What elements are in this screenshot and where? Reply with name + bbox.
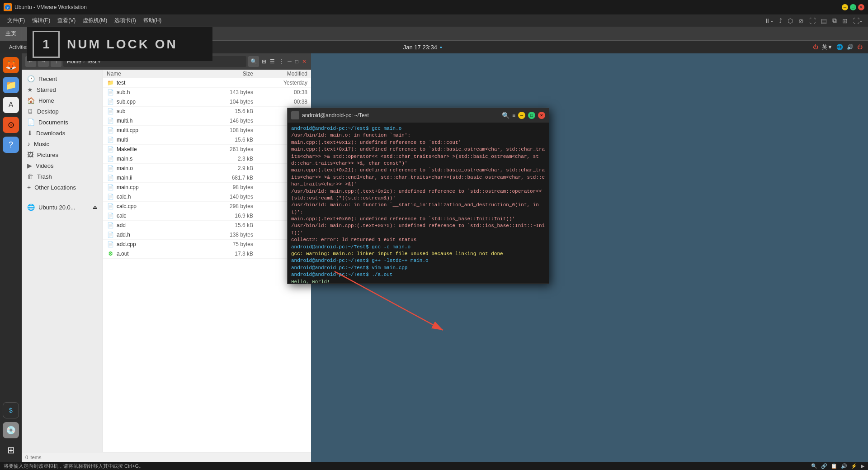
close-button[interactable]: ✕ xyxy=(858,4,864,10)
terminal-menu-icon[interactable]: ≡ xyxy=(512,112,515,119)
fm-menu-button[interactable]: ⋮ xyxy=(278,57,285,66)
terminal-window[interactable]: android@android-pc: ~/Test 🔍 ≡ ─ □ ✕ and… xyxy=(287,108,549,284)
activity-terminal[interactable]: $ xyxy=(3,402,19,418)
sidebar-item-music[interactable]: ♪ Music xyxy=(22,138,103,149)
sidebar-item-starred[interactable]: ★ Starred xyxy=(22,84,103,95)
table-row[interactable]: 📄 multi.h 146 bytes 00:38 xyxy=(103,116,311,126)
table-row[interactable]: 📄 add.h 138 bytes 00:32 xyxy=(103,230,311,240)
sidebar-item-videos[interactable]: ▶ Videos xyxy=(22,160,103,171)
terminal-search-icon[interactable]: 🔍 xyxy=(502,112,509,119)
fullscreen-icon[interactable]: ⛶ xyxy=(807,16,817,25)
col-name[interactable]: Name xyxy=(107,71,208,77)
pictures-icon: 🖼 xyxy=(27,151,33,158)
menu-help[interactable]: 帮助(H) xyxy=(140,16,165,25)
view-icon[interactable]: ⊞ xyxy=(840,16,849,25)
file-size: 681.7 kB xyxy=(208,175,253,181)
sidebar-item-pictures[interactable]: 🖼 Pictures xyxy=(22,149,103,160)
sidebar-item-trash[interactable]: 🗑 Trash xyxy=(22,171,103,182)
table-row[interactable]: 📄 multi 15.6 kB 22:57 xyxy=(103,135,311,145)
table-row[interactable]: 📄 main.o 2.9 kB 23:30 xyxy=(103,164,311,173)
activity-apps[interactable]: ⊞ xyxy=(3,442,19,458)
file-name: main.o xyxy=(117,165,133,171)
terminal-line: /usr/bin/ld: main.o: in function `__stat… xyxy=(291,202,545,216)
table-row[interactable]: 📄 sub.cpp 104 bytes 00:38 xyxy=(103,97,311,107)
split-icon[interactable]: ⧉ xyxy=(830,16,839,25)
lang-indicator[interactable]: 英▼ xyxy=(822,43,833,51)
sidebar-label-home: Home xyxy=(38,97,54,104)
table-row[interactable]: ⚙ a.out 17.3 kB 23:32 xyxy=(103,249,311,259)
file-size: 261 bytes xyxy=(208,146,253,152)
menu-edit[interactable]: 编辑(E) xyxy=(28,16,54,25)
power-btn[interactable]: ⏻ xyxy=(857,44,863,50)
sidebar-item-documents[interactable]: 📄 Documents xyxy=(22,117,103,128)
table-row[interactable]: 📄 main.cpp 98 bytes 23:12 xyxy=(103,183,311,192)
fm-list-view[interactable]: ☰ xyxy=(269,57,276,66)
activity-firefox[interactable]: 🦊 xyxy=(3,57,19,73)
fm-close-button[interactable]: ✕ xyxy=(301,57,307,66)
menu-tabs[interactable]: 选项卡(I) xyxy=(111,16,139,25)
table-row[interactable]: 📄 multi.cpp 108 bytes 22:57 xyxy=(103,126,311,135)
activity-help[interactable]: ? xyxy=(3,137,19,153)
file-name: add.h xyxy=(117,232,130,238)
send-icon[interactable]: ⤴ xyxy=(777,16,784,25)
table-row[interactable]: 📄 calc.h 140 bytes 00:35 xyxy=(103,192,311,202)
file-size: 75 bytes xyxy=(208,241,253,247)
terminal-app-icon xyxy=(291,111,299,119)
tab-home[interactable]: 主页 xyxy=(0,27,22,40)
file-size: 98 bytes xyxy=(208,184,253,190)
pause-icon[interactable]: ⏸▾ xyxy=(762,16,775,25)
table-row[interactable]: 📄 calc.cpp 298 bytes 22:14 xyxy=(103,202,311,211)
sidebar-item-desktop[interactable]: 🖥 Desktop xyxy=(22,106,103,117)
disconnect-icon[interactable]: ⊘ xyxy=(797,16,806,25)
col-modified[interactable]: Modified xyxy=(253,71,307,77)
terminal-body[interactable]: android@android-pc:~/Test$ gcc main.o/us… xyxy=(288,123,549,284)
fm-minimize-button[interactable]: ─ xyxy=(287,57,292,66)
file-size: 15.6 kB xyxy=(208,137,253,143)
table-row[interactable]: 📄 add.cpp 75 bytes 22:58 xyxy=(103,240,311,249)
sidebar-item-other-locations[interactable]: + Other Locations xyxy=(22,182,103,193)
statusbar-play-icon: ▶ xyxy=(861,463,864,469)
sidebar-label-videos: Videos xyxy=(36,162,54,169)
file-name: Makefile xyxy=(117,146,137,152)
activity-ubuntu[interactable]: ⊙ xyxy=(3,117,19,133)
table-row[interactable]: 📄 sub 15.6 kB 22:57 xyxy=(103,107,311,116)
sidebar-item-recent[interactable]: 🕐 Recent xyxy=(22,73,103,84)
sidebar-item-downloads[interactable]: ⬇ Downloads xyxy=(22,128,103,138)
enter-fullscreen-icon[interactable]: ⛶▾ xyxy=(851,16,864,25)
file-icon: 📄 xyxy=(107,127,114,134)
table-row[interactable]: 📄 main.ii 681.7 kB 23:15 xyxy=(103,173,311,183)
sidebar-item-home[interactable]: 🏠 Home xyxy=(22,95,103,106)
table-row[interactable]: 📄 sub.h 143 bytes 00:38 xyxy=(103,88,311,97)
layout-icon[interactable]: ▤ xyxy=(819,16,829,25)
file-size: 17.3 kB xyxy=(208,251,253,257)
table-row[interactable]: 📁 test Yesterday xyxy=(103,78,311,88)
terminal-minimize-button[interactable]: ─ xyxy=(518,112,525,119)
terminal-close-button[interactable]: ✕ xyxy=(538,112,545,119)
activity-files[interactable]: 📁 xyxy=(3,77,19,93)
col-size[interactable]: Size xyxy=(208,71,253,77)
fm-search-button[interactable]: 🔍 xyxy=(248,56,259,67)
table-row[interactable]: 📄 add 15.6 kB 22:58 xyxy=(103,221,311,230)
table-row[interactable]: 📄 main.s 2.3 kB 23:30 xyxy=(103,154,311,164)
menu-file[interactable]: 文件(F) xyxy=(4,16,28,25)
sidebar-eject-icon[interactable]: ⏏ xyxy=(93,204,97,210)
menu-vm[interactable]: 虚拟机(M) xyxy=(79,16,111,25)
maximize-button[interactable]: □ xyxy=(850,4,856,10)
minimize-button[interactable]: ─ xyxy=(842,4,848,10)
menu-view[interactable]: 查看(V) xyxy=(54,16,79,25)
fm-grid-view[interactable]: ⊞ xyxy=(261,57,267,66)
fm-file-list: Name Size Modified 📁 test Yesterday 📄 su… xyxy=(103,70,311,452)
table-row[interactable]: 📄 calc 16.9 kB 22:58 xyxy=(103,211,311,221)
terminal-line: main.cpp:(.text+0x60): undefined referen… xyxy=(291,216,545,223)
terminal-line: android@android-pc:~/Test$ gcc main.o xyxy=(291,125,545,132)
sidebar-item-ubuntu-server[interactable]: 🌐 Ubuntu 20.0... ⏏ xyxy=(22,202,103,213)
table-row[interactable]: 📄 Makefile 261 bytes 22:57 xyxy=(103,145,311,154)
terminal-line: android@android-pc:~/Test$ gcc -c main.o xyxy=(291,244,545,251)
terminal-line: /usr/bin/ld: main.cpp:(.text+0x75): unde… xyxy=(291,223,545,237)
activity-dvd[interactable]: 💿 xyxy=(3,422,19,438)
terminal-maximize-button[interactable]: □ xyxy=(528,112,535,119)
connect-icon[interactable]: ⬡ xyxy=(786,16,795,25)
fm-maximize-button[interactable]: □ xyxy=(294,57,299,66)
activity-text[interactable]: A xyxy=(3,97,19,113)
music-icon: ♪ xyxy=(27,140,30,147)
